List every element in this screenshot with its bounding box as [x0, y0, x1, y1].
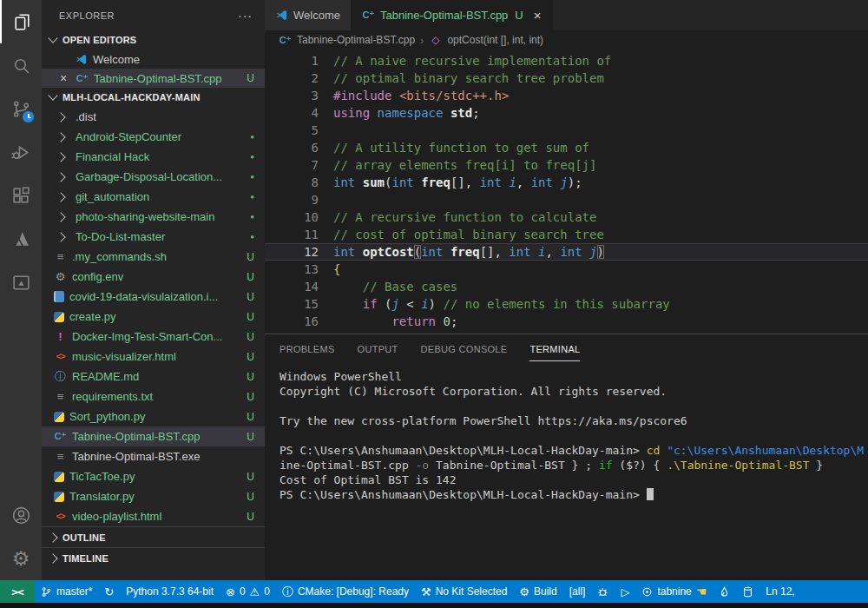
sync-button[interactable]: ↻ [98, 580, 120, 603]
text-icon: ≡ [54, 390, 67, 403]
activity-settings-gear-icon[interactable]: ⚙ [0, 537, 42, 580]
tree-item[interactable]: <>music-visualizer.htmlU [42, 347, 265, 367]
tree-item[interactable]: Garbage-Disposal-Location...● [42, 167, 265, 187]
code-line[interactable]: 10// A recursive function to calculate [265, 208, 868, 226]
more-actions-icon[interactable]: ··· [238, 9, 253, 23]
breadcrumb-file[interactable]: Tabnine-Optimal-BST.cpp [297, 34, 415, 46]
breadcrumb-symbol[interactable]: optCost(int [], int, int) [447, 34, 543, 46]
tree-item[interactable]: Translator.pyU [42, 486, 265, 506]
code-line[interactable]: 13{ [265, 261, 868, 278]
problems-summary[interactable]: ⊗0⚠0 [220, 580, 276, 603]
terminal-line: PS C:\Users\Anshumaan\Desktop\MLH-Local-… [279, 443, 868, 458]
line-number: 8 [265, 174, 333, 191]
tree-item-label: Garbage-Disposal-Location... [76, 170, 222, 183]
activity-search-icon[interactable] [0, 43, 42, 87]
code-line[interactable]: 11// cost of optimal binary search tree [265, 226, 868, 243]
tabnine-status[interactable]: tabnine☚ [635, 580, 713, 603]
activity-preview-icon[interactable] [0, 261, 42, 304]
code-line[interactable]: 12int optCost(int freq[], int i, int j) [265, 243, 868, 261]
activity-azure-icon[interactable] [0, 217, 42, 261]
activity-files-icon[interactable] [0, 0, 42, 43]
status-label: 0 [264, 585, 270, 598]
activity-extensions-icon[interactable] [0, 174, 42, 217]
tree-item[interactable]: <>video-playlist.htmlU [42, 506, 265, 526]
open-editor-welcome[interactable]: Welcome [42, 50, 265, 69]
open-editors-section-header[interactable]: OPEN EDITORS [42, 30, 265, 50]
python-version[interactable]: Python 3.7.3 64-bit [120, 580, 220, 603]
line-number: 16 [265, 313, 333, 330]
terminal[interactable]: Windows PowerShellCopyright (C) Microsof… [265, 362, 868, 580]
code-line[interactable]: 1// A naive recursive implementation of [265, 52, 868, 69]
tree-item[interactable]: ⚙config.envU [42, 267, 265, 287]
activity-run-debug-icon[interactable] [0, 130, 42, 174]
git-status-badge: U [247, 371, 254, 383]
tree-item[interactable]: C⁺Tabnine-Optimal-BST.cppU [42, 426, 265, 446]
tree-item[interactable]: covid-19-data-visulaization.i...U [42, 287, 265, 307]
close-icon[interactable]: × [534, 8, 542, 23]
tab-debug-console[interactable]: DEBUG CONSOLE [421, 336, 508, 360]
cursor-position[interactable]: Ln 12, [760, 580, 800, 603]
git-status-badge: U [247, 471, 254, 483]
close-icon[interactable]: × [60, 71, 70, 85]
build-button[interactable]: ⚙Build [513, 580, 562, 603]
code-line[interactable]: 15 if (j < i) // no elements in this sub… [265, 295, 868, 313]
remote-indicator[interactable]: >< [0, 580, 35, 603]
timeline-section-header[interactable]: TIMELINE [42, 547, 265, 568]
docker-icon: ! [54, 330, 67, 343]
tree-item[interactable]: ⓘREADME.mdU [42, 367, 265, 387]
tab-active-file[interactable]: C⁺ Tabnine-Optimal-BST.cpp U × [352, 0, 553, 30]
tree-item[interactable]: Financial Hack● [42, 147, 265, 167]
kit-selector[interactable]: ⚒No Kit Selected [415, 580, 513, 603]
git-status-badge: U [247, 331, 254, 343]
tree-item[interactable]: git_automation● [42, 187, 265, 207]
line-number: 13 [265, 261, 333, 278]
code-line[interactable]: 4using namespace std; [265, 104, 868, 122]
code-line[interactable]: 14 // Base cases [265, 278, 868, 295]
breadcrumb[interactable]: C⁺ Tabnine-Optimal-BST.cpp › ◇ optCost(i… [265, 30, 868, 50]
window-bottom-edge [0, 603, 868, 608]
tree-item[interactable]: To-Do-List-master● [42, 227, 265, 247]
activity-source-control-icon[interactable] [0, 87, 42, 130]
outline-section-header[interactable]: OUTLINE [42, 526, 265, 547]
line-number: 1 [265, 52, 333, 69]
flame-status[interactable] [713, 580, 736, 603]
container-status[interactable] [736, 580, 760, 603]
code-line[interactable]: 9 [265, 191, 868, 208]
debug-button[interactable] [591, 580, 615, 603]
line-number: 11 [265, 226, 333, 243]
code-line[interactable]: 8int sum(int freq[], int i, int j); [265, 174, 868, 191]
tree-item[interactable]: ≡Tabnine-Optimal-BST.exe [42, 446, 265, 466]
build-target[interactable]: [all] [563, 580, 592, 603]
open-editor-active-file[interactable]: × C⁺ Tabnine-Optimal-BST.cpp U [42, 69, 265, 88]
open-editor-label: Welcome [93, 53, 140, 66]
run-button[interactable]: ▷ [615, 580, 635, 603]
tree-item[interactable]: photo-sharing-website-main● [42, 207, 265, 227]
code-text: { [333, 261, 340, 278]
tree-item[interactable]: Android-StepCounter● [42, 127, 265, 147]
code-text: using namespace std; [333, 104, 480, 122]
tree-item[interactable]: ≡requirements.txtU [42, 387, 265, 406]
tree-item[interactable]: .dist [42, 107, 265, 127]
code-line[interactable]: 3#include <bits/stdc++.h> [265, 87, 868, 104]
tab-output[interactable]: OUTPUT [358, 336, 398, 360]
tree-item[interactable]: !Docker-Img-Test-Smart-Con...U [42, 327, 265, 347]
git-branch[interactable]: master* [35, 580, 98, 603]
tree-item[interactable]: TicTacToe.pyU [42, 466, 265, 486]
code-line[interactable]: 5 [265, 122, 868, 139]
tree-item[interactable]: Sort_python.pyU [42, 406, 265, 426]
tree-item-label: Sort_python.py [69, 410, 145, 423]
tab-welcome[interactable]: Welcome [265, 0, 352, 30]
tree-item[interactable]: ≡.my_commands.shU [42, 247, 265, 267]
workspace-section-header[interactable]: MLH-LOCAL-HACKDAY-MAIN [42, 88, 265, 107]
tab-terminal[interactable]: TERMINAL [529, 336, 580, 361]
activity-account-icon[interactable] [0, 493, 42, 537]
cmake-status[interactable]: ⓘCMake: [Debug]: Ready [276, 580, 415, 603]
code-line[interactable]: 16 return 0; [265, 313, 868, 330]
code-line[interactable]: 7// array elements freq[i] to freq[j] [265, 156, 868, 174]
tree-item[interactable]: create.pyU [42, 307, 265, 327]
code-line[interactable]: 2// optimal binary search tree problem [265, 69, 868, 87]
tab-problems[interactable]: PROBLEMS [279, 336, 335, 360]
code-line[interactable]: 6// A utility function to get sum of [265, 139, 868, 156]
code-editor[interactable]: 1// A naive recursive implementation of2… [265, 50, 868, 334]
play-icon: ▷ [621, 586, 629, 598]
